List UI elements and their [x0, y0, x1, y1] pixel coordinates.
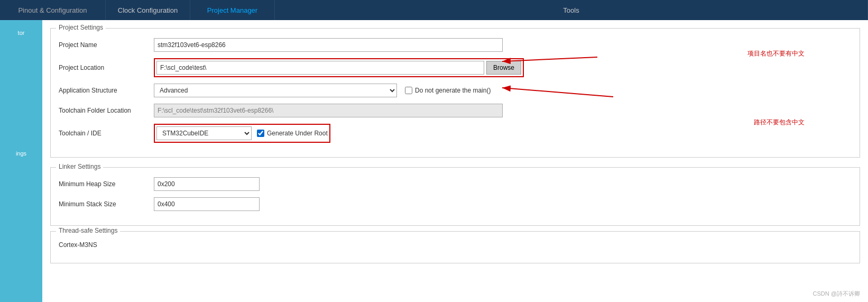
application-structure-row: Application Structure Advanced Do not ge… — [59, 84, 852, 97]
min-stack-input[interactable] — [154, 197, 260, 211]
application-structure-select[interactable]: Advanced — [154, 84, 397, 97]
generate-under-root-label[interactable]: Generate Under Root — [257, 130, 328, 137]
tab-pinout[interactable]: Pinout & Configuration — [0, 0, 106, 20]
toolchain-ide-select[interactable]: STM32CubeIDE — [156, 126, 252, 140]
project-name-input[interactable] — [154, 38, 503, 52]
min-heap-row: Minimum Heap Size — [59, 177, 852, 191]
project-name-label: Project Name — [59, 41, 154, 49]
toolchain-folder-row: Toolchain Folder Location — [59, 104, 852, 117]
thread-safe-section: Thread-safe Settings Cortex-M3NS — [50, 231, 860, 263]
application-structure-label: Application Structure — [59, 87, 154, 94]
toolchain-ide-label: Toolchain / IDE — [59, 130, 154, 137]
top-nav: Pinout & Configuration Clock Configurati… — [0, 0, 868, 20]
sidebar-item-ings[interactable]: ings — [0, 146, 42, 161]
generate-under-root-checkbox[interactable] — [257, 130, 264, 137]
project-location-row: Project Location Browse — [59, 58, 852, 77]
tab-clock[interactable]: Clock Configuration — [106, 0, 190, 20]
content-area: Project Settings Project Name Project Lo… — [42, 20, 868, 302]
sidebar-item-tor[interactable]: tor — [0, 25, 42, 40]
cortex-label: Cortex-M3NS — [59, 241, 154, 249]
min-heap-label: Minimum Heap Size — [59, 180, 154, 188]
min-stack-row: Minimum Stack Size — [59, 197, 852, 211]
thread-safe-title: Thread-safe Settings — [56, 227, 120, 234]
project-settings-section: Project Settings Project Name Project Lo… — [50, 28, 860, 158]
main-layout: tor ings Project Settings Project Name — [0, 20, 868, 302]
project-settings-title: Project Settings — [56, 24, 106, 31]
project-location-label: Project Location — [59, 64, 154, 71]
tab-tools[interactable]: Tools — [275, 0, 868, 20]
name-annotation: 项目名也不要有中文 — [747, 49, 805, 58]
linker-settings-title: Linker Settings — [56, 163, 103, 170]
tab-project-manager[interactable]: Project Manager — [190, 0, 275, 20]
sidebar: tor ings — [0, 20, 42, 302]
toolchain-folder-label: Toolchain Folder Location — [59, 107, 154, 114]
no-main-checkbox-label[interactable]: Do not generate the main() — [405, 87, 491, 94]
project-name-row: Project Name — [59, 38, 852, 52]
watermark: CSDN @詩不诉卿 — [813, 290, 860, 298]
min-heap-input[interactable] — [154, 177, 260, 191]
path-annotation: 路径不要包含中文 — [754, 118, 805, 127]
no-main-checkbox[interactable] — [405, 87, 412, 94]
cortex-row: Cortex-M3NS — [59, 241, 852, 249]
browse-button[interactable]: Browse — [486, 61, 521, 75]
toolchain-folder-input — [154, 104, 503, 117]
toolchain-ide-row: Toolchain / IDE STM32CubeIDE Generate Un… — [59, 124, 852, 143]
min-stack-label: Minimum Stack Size — [59, 200, 154, 208]
linker-settings-section: Linker Settings Minimum Heap Size Minimu… — [50, 167, 860, 226]
project-location-input[interactable] — [156, 61, 484, 75]
